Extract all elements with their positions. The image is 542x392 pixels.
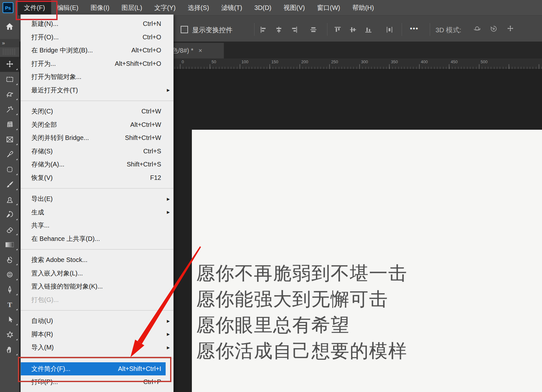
- file-menu-item-9[interactable]: 存储(S)Ctrl+S: [21, 145, 173, 158]
- file-menu-item-5[interactable]: 最近打开文件(T)▶: [21, 84, 173, 97]
- dodge-tool[interactable]: [0, 267, 19, 282]
- 3d-orbit-icon[interactable]: [473, 25, 482, 34]
- file-menu-item-16[interactable]: 搜索 Adobe Stock...: [21, 253, 173, 267]
- file-menu-item-24[interactable]: 打印(P)...Ctrl+P: [21, 375, 173, 389]
- document-canvas[interactable]: 愿你不再脆弱到不堪一击愿你能强大到无懈可击愿你眼里总有希望愿你活成自己想要的模样: [192, 130, 542, 392]
- file-menu-item-23[interactable]: 文件简介(F)...Alt+Shift+Ctrl+I: [21, 362, 166, 376]
- menu-item-label: 打开为...: [31, 59, 115, 68]
- file-menu-item-18[interactable]: 置入链接的智能对象(K)...: [21, 280, 173, 293]
- menu-separator: [21, 101, 173, 101]
- menubar-item-7[interactable]: 3D(D): [248, 0, 277, 15]
- move-tool[interactable]: [0, 57, 19, 72]
- menu-item-label: 脚本(R): [31, 330, 161, 339]
- menu-item-label: 存储(S): [31, 147, 143, 156]
- custom-shape-tool[interactable]: [0, 327, 19, 342]
- menubar-item-10[interactable]: 帮助(H): [346, 0, 380, 15]
- align-bottom-edges-icon[interactable]: [365, 26, 372, 34]
- menu-item-label: 恢复(V): [31, 173, 150, 182]
- menubar-item-3[interactable]: 图层(L): [115, 0, 148, 15]
- menubar-item-8[interactable]: 视图(V): [278, 0, 311, 15]
- file-menu-item-12[interactable]: 导出(E)▶: [21, 192, 173, 206]
- more-options-icon[interactable]: •••: [410, 25, 419, 32]
- menubar-item-5[interactable]: 选择(S): [182, 0, 215, 15]
- panel-grip[interactable]: [3, 49, 16, 55]
- canvas-text-line: 愿你能强大到无懈可击: [196, 286, 407, 312]
- file-menu-item-6[interactable]: 关闭(C)Ctrl+W: [21, 105, 173, 118]
- 3d-roll-icon[interactable]: [490, 25, 499, 34]
- history-brush-tool[interactable]: [0, 207, 19, 222]
- file-menu-item-4[interactable]: 打开为智能对象...: [21, 70, 173, 84]
- tool-palette: » T: [0, 15, 20, 392]
- file-menu-item-14[interactable]: 共享...: [21, 219, 173, 232]
- file-menu-item-20[interactable]: 自动(U)▶: [21, 314, 173, 328]
- ruler-label-100: 100: [241, 59, 248, 64]
- align-vertical-centers-icon[interactable]: [349, 26, 357, 34]
- photoshop-window: 愿你不再脆弱到不堪一击愿你能强大到无懈可击愿你眼里总有希望愿你活成自己想要的模样…: [0, 0, 542, 392]
- align-left-edges-icon[interactable]: [260, 26, 267, 34]
- ruler-label-450: 450: [451, 59, 458, 64]
- menubar-item-2[interactable]: 图像(I): [84, 0, 115, 15]
- menubar-item-4[interactable]: 文字(Y): [148, 0, 182, 15]
- file-menu-item-7[interactable]: 关闭全部Alt+Ctrl+W: [21, 118, 173, 132]
- file-menu-item-3[interactable]: 打开为...Alt+Shift+Ctrl+O: [21, 57, 173, 71]
- align-right-edges-icon[interactable]: [290, 26, 298, 34]
- pen-tool[interactable]: [0, 282, 19, 297]
- menu-item-label: 文件简介(F)...: [31, 365, 118, 373]
- options-separator: [327, 23, 327, 36]
- type-tool[interactable]: T: [0, 297, 19, 312]
- canvas-text-line: 愿你活成自己想要的模样: [196, 338, 407, 364]
- path-selection-tool[interactable]: [0, 312, 19, 327]
- smudge-tool[interactable]: [0, 252, 19, 267]
- 3d-pan-icon[interactable]: [507, 25, 515, 34]
- eraser-tool[interactable]: [0, 222, 19, 237]
- magic-wand-tool[interactable]: [0, 102, 19, 117]
- file-menu-item-15[interactable]: 在 Behance 上共享(D)...: [21, 232, 173, 246]
- distribute-horizontal-centers-icon[interactable]: [386, 26, 393, 34]
- perspective-crop-tool[interactable]: [0, 117, 19, 132]
- file-menu-item-10[interactable]: 存储为(A)...Shift+Ctrl+S: [21, 158, 173, 171]
- home-icon[interactable]: [5, 22, 14, 33]
- menu-item-label: 存储为(A)...: [31, 160, 127, 169]
- menu-item-shortcut: Shift+Ctrl+W: [125, 134, 161, 142]
- svg-text:T: T: [7, 301, 12, 309]
- menu-item-label: 打包(G)...: [31, 296, 161, 304]
- hand-tool[interactable]: [0, 342, 19, 357]
- submenu-arrow-icon: ▶: [167, 88, 170, 92]
- eyedropper-tool[interactable]: [0, 147, 19, 162]
- file-menu-item-0[interactable]: 新建(N)...Ctrl+N: [21, 17, 173, 31]
- show-transform-controls-checkbox[interactable]: [181, 26, 188, 33]
- gradient-tool[interactable]: [0, 237, 19, 252]
- menubar-item-1[interactable]: 编辑(E): [51, 0, 85, 15]
- file-menu-item-2[interactable]: 在 Bridge 中浏览(B)...Alt+Ctrl+O: [21, 44, 173, 57]
- file-menu-item-22[interactable]: 导入(M)▶: [21, 341, 173, 354]
- menu-separator: [21, 188, 173, 188]
- tab-close-icon[interactable]: ×: [199, 47, 202, 54]
- ruler-label-350: 350: [391, 59, 398, 64]
- file-menu: 新建(N)...Ctrl+N打开(O)...Ctrl+O在 Bridge 中浏览…: [20, 14, 174, 392]
- file-menu-item-11[interactable]: 恢复(V)F12: [21, 171, 173, 185]
- file-menu-item-1[interactable]: 打开(O)...Ctrl+O: [21, 31, 173, 44]
- show-transform-controls-label: 显示变换控件: [192, 26, 232, 35]
- file-menu-item-19: 打包(G)...: [21, 293, 173, 307]
- ruler-label-500: 500: [481, 59, 488, 64]
- menubar-item-9[interactable]: 窗口(W): [311, 0, 346, 15]
- menu-item-shortcut: Alt+Shift+Ctrl+O: [115, 60, 161, 67]
- menu-bar: Ps 文件(F)编辑(E)图像(I)图层(L)文字(Y)选择(S)滤镜(T)3D…: [0, 0, 542, 16]
- healing-brush-tool[interactable]: [0, 162, 19, 177]
- frame-tool[interactable]: [0, 132, 19, 147]
- file-menu-item-21[interactable]: 脚本(R)▶: [21, 328, 173, 341]
- rectangular-marquee-tool[interactable]: [0, 72, 19, 87]
- menubar-item-0[interactable]: 文件(F): [18, 0, 51, 15]
- file-menu-item-13[interactable]: 生成▶: [21, 206, 173, 219]
- clone-stamp-tool[interactable]: [0, 192, 19, 207]
- distribute-vertical-centers-icon[interactable]: [310, 26, 317, 34]
- canvas-text-line: 愿你不再脆弱到不堪一击: [196, 260, 407, 286]
- file-menu-item-17[interactable]: 置入嵌入对象(L)...: [21, 267, 173, 280]
- lasso-tool[interactable]: [0, 87, 19, 102]
- menubar-item-6[interactable]: 滤镜(T): [215, 0, 248, 15]
- align-top-edges-icon[interactable]: [334, 26, 342, 34]
- brush-tool[interactable]: [0, 177, 19, 192]
- file-menu-item-8[interactable]: 关闭并转到 Bridge...Shift+Ctrl+W: [21, 131, 173, 145]
- expand-panel-chevron-icon[interactable]: »: [0, 39, 19, 47]
- align-horizontal-centers-icon[interactable]: [275, 26, 283, 34]
